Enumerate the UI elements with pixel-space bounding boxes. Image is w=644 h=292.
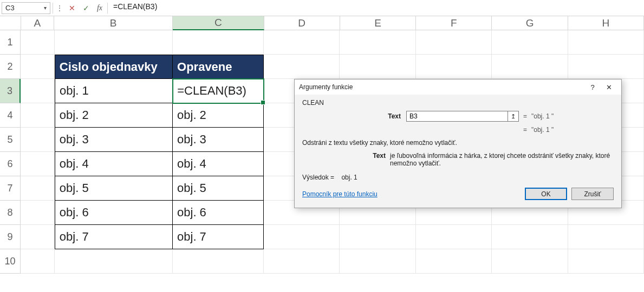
column-header[interactable]: A [21,16,54,30]
row-header[interactable]: 2 [0,55,21,79]
cell[interactable] [21,128,55,152]
table-cell[interactable]: obj. 7 [55,225,173,249]
row-header[interactable]: 4 [0,103,21,128]
chevron-down-icon[interactable]: ▾ [44,5,47,11]
row-header[interactable]: 7 [0,176,21,201]
argument-description-text: je ľubovoľná informácia z hárka, z ktore… [390,152,614,167]
column-headers: A B C D E F G H [0,16,644,30]
cell[interactable] [55,249,173,274]
select-all-corner[interactable] [0,16,21,30]
result-row: Výsledok = obj. 1 [302,174,614,181]
function-arguments-dialog: Argumenty funkcie ? ✕ CLEAN Text ↥ = "ob… [294,79,622,208]
row-header[interactable]: 3 [0,79,21,103]
formula-bar: C3 ▾ ⋮ ✕ ✓ fx =CLEAN(B3) [0,0,644,16]
cell[interactable] [416,249,492,274]
cell[interactable] [264,30,340,55]
cell[interactable] [568,55,644,79]
cell[interactable] [21,103,55,128]
table-cell[interactable]: obj. 2 [55,103,173,128]
table-cell[interactable]: obj. 3 [173,128,264,152]
column-header[interactable]: D [264,16,340,30]
cell[interactable] [264,55,340,79]
table-cell[interactable]: obj. 6 [173,201,264,225]
table-cell[interactable]: obj. 5 [173,176,264,201]
cell[interactable] [21,249,55,274]
cell[interactable] [264,225,340,249]
result-label: Výsledok = [302,174,334,181]
cell[interactable] [492,249,568,274]
dialog-footer: Pomocník pre túto funkciu OK Zrušiť [302,184,614,201]
column-header[interactable]: F [416,16,492,30]
dialog-title: Argumenty funkcie [299,83,353,91]
argument-row: Text ↥ [302,111,519,122]
function-help-link[interactable]: Pomocník pre túto funkciu [302,190,378,198]
cell[interactable] [21,79,55,103]
dialog-titlebar[interactable]: Argumenty funkcie ? ✕ [295,79,621,95]
table-cell[interactable]: obj. 5 [55,176,173,201]
table-cell[interactable]: obj. 2 [173,103,264,128]
name-box-value: C3 [5,4,15,12]
cell[interactable] [21,201,55,225]
row-header[interactable]: 6 [0,152,21,176]
row-header[interactable]: 1 [0,30,21,55]
column-header[interactable]: C [173,16,264,30]
equals-label: = [519,126,531,134]
cell[interactable] [173,30,264,55]
cell[interactable] [21,225,55,249]
cell[interactable] [173,249,264,274]
cell[interactable] [21,55,55,79]
handle-dots-icon[interactable]: ⋮ [55,4,64,12]
cell[interactable] [264,249,340,274]
row-header[interactable]: 9 [0,225,21,249]
column-header[interactable]: H [568,16,644,30]
row-header[interactable]: 10 [0,249,21,274]
close-icon[interactable]: ✕ [601,81,617,94]
collapse-dialog-icon[interactable]: ↥ [508,111,519,122]
table-header-cell[interactable]: Cislo objednavky [55,55,173,79]
cell[interactable] [492,30,568,55]
cell[interactable] [21,152,55,176]
grid-row: 10 [0,249,644,274]
ok-button[interactable]: OK [525,188,567,200]
enter-formula-button[interactable]: ✓ [80,2,92,14]
cancel-button[interactable]: Zrušiť [571,188,614,200]
table-header-cell[interactable]: Opravene [173,55,264,79]
formula-input[interactable]: =CLEAN(B3) [110,2,642,14]
insert-function-button[interactable]: fx [94,4,105,12]
table-cell[interactable]: obj. 6 [55,201,173,225]
table-cell[interactable]: obj. 3 [55,128,173,152]
separator [53,3,53,14]
cell[interactable] [21,30,55,55]
cell[interactable] [55,30,173,55]
argument-input[interactable] [406,111,508,122]
row-header[interactable]: 8 [0,201,21,225]
cell[interactable] [568,225,644,249]
cell[interactable] [340,249,415,274]
grid-row: 9 obj. 7 obj. 7 [0,225,644,249]
cell[interactable] [340,225,415,249]
table-cell[interactable]: obj. 4 [55,152,173,176]
cancel-formula-button[interactable]: ✕ [66,2,78,14]
cell[interactable] [416,30,492,55]
result-value: obj. 1 [341,174,357,181]
help-icon[interactable]: ? [584,81,601,94]
column-header[interactable]: G [492,16,568,30]
cell[interactable] [492,55,568,79]
table-cell[interactable]: obj. 1 [55,79,173,103]
cell[interactable] [21,176,55,201]
active-cell[interactable]: =CLEAN(B3) [173,79,264,103]
table-cell[interactable]: obj. 4 [173,152,264,176]
cell[interactable] [568,30,644,55]
name-box[interactable]: C3 ▾ [2,2,50,14]
cell[interactable] [340,55,415,79]
cell[interactable] [416,225,492,249]
cell[interactable] [340,30,415,55]
cell[interactable] [492,225,568,249]
column-header[interactable]: B [54,16,173,30]
table-cell[interactable]: obj. 7 [173,225,264,249]
cell[interactable] [416,55,492,79]
row-header[interactable]: 5 [0,128,21,152]
column-header[interactable]: E [340,16,416,30]
cell[interactable] [568,249,644,274]
argument-description-row: Text je ľubovoľná informácia z hárka, z … [302,152,614,167]
